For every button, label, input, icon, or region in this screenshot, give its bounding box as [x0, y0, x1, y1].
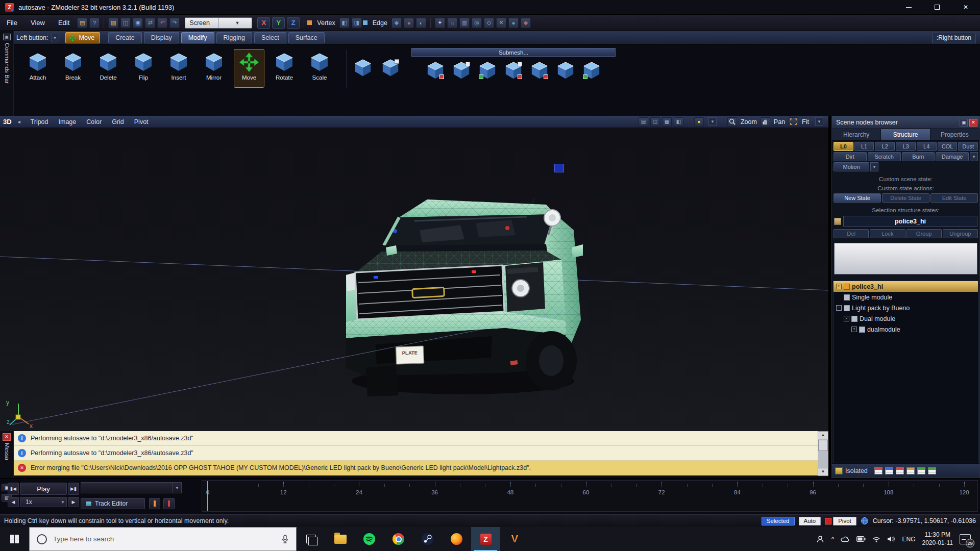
onedrive-cloud-icon[interactable]: [841, 536, 850, 542]
toolbar-icon[interactable]: ◨: [352, 18, 362, 28]
node-icon[interactable]: [844, 294, 850, 300]
log-message[interactable]: Error merging file "C:\Users\Nick\Downlo…: [14, 461, 818, 475]
layer-table-icon[interactable]: [928, 467, 936, 474]
log-message[interactable]: Performing autosave to "d:\zmodeler3_x86…: [14, 446, 818, 461]
tool-button[interactable]: Attach: [22, 49, 53, 88]
selection-button[interactable]: Group: [906, 229, 942, 238]
taskbar-icon-spotify[interactable]: [355, 527, 384, 551]
tool-button[interactable]: Delete: [93, 49, 124, 88]
submesh-tool-icon[interactable]: [478, 61, 497, 80]
scene-tree-node[interactable]: - Dual module: [834, 313, 978, 324]
state-action-button[interactable]: New State: [834, 193, 881, 203]
hidden-icons-chevron[interactable]: ^: [831, 535, 834, 543]
go-to-start-button[interactable]: ▮◀: [8, 483, 19, 495]
node-icon[interactable]: [859, 327, 865, 333]
toolbar-icon[interactable]: ◆: [521, 18, 531, 28]
toolbar-icon[interactable]: ∩: [447, 18, 457, 28]
timeline-cursor[interactable]: [207, 481, 208, 511]
viewport-menu-item[interactable]: Pivot: [134, 118, 149, 126]
expander-icon[interactable]: -: [836, 305, 842, 311]
scroll-thumb[interactable]: [818, 440, 828, 451]
paint-select-icon[interactable]: ▤: [639, 117, 648, 127]
speed-select[interactable]: 1x▼: [20, 497, 67, 507]
toolbar-icon[interactable]: ⇄: [145, 18, 155, 28]
ribbon-tab[interactable]: Rigging: [216, 32, 252, 43]
tool-button[interactable]: Move: [234, 49, 264, 88]
paint-roller-icon[interactable]: ◫: [650, 117, 660, 127]
search-input[interactable]: [53, 535, 281, 543]
mirror-view-icon[interactable]: ◧: [674, 117, 683, 127]
panel-toggle-icon[interactable]: ▣: [3, 34, 11, 40]
chevron-down-icon[interactable]: ▼: [815, 117, 823, 126]
toolbar-icon[interactable]: ◫: [120, 18, 131, 28]
taskbar-icon-zmodeler[interactable]: Z: [471, 527, 500, 551]
toolbar-icon[interactable]: ▥: [459, 18, 470, 28]
microphone-icon[interactable]: [281, 535, 289, 544]
layer-button[interactable]: L2: [875, 142, 895, 151]
scene-tree-node[interactable]: Single module: [834, 292, 978, 303]
chevron-down-icon[interactable]: ▼: [970, 152, 978, 161]
pan-hand-icon[interactable]: [761, 117, 770, 127]
selection-button[interactable]: Lock: [870, 229, 905, 238]
zoom-label[interactable]: Zoom: [741, 118, 757, 126]
pivot-badge[interactable]: Pivot: [833, 517, 856, 525]
brush-icon[interactable]: [381, 58, 400, 78]
toolbar-icon[interactable]: ▣: [133, 18, 143, 28]
fit-label[interactable]: Fit: [802, 118, 809, 126]
scene-tree-node[interactable]: + police3_hi: [834, 281, 978, 292]
close-button[interactable]: ✕: [951, 0, 980, 14]
scene-tree-node[interactable]: + dualmodule: [834, 324, 978, 335]
tool-button[interactable]: Scale: [304, 49, 335, 88]
viewport-menu-item[interactable]: Tripod: [31, 118, 48, 126]
viewport-menu-item[interactable]: Color: [86, 118, 102, 126]
chevron-down-icon[interactable]: ▼: [51, 34, 59, 42]
volume-icon[interactable]: [887, 536, 895, 542]
menu-item[interactable]: File: [0, 15, 24, 31]
node-icon[interactable]: [844, 305, 850, 311]
submesh-tool-icon[interactable]: [582, 61, 601, 80]
scroll-down-icon[interactable]: ▼: [818, 468, 828, 476]
state-list-box[interactable]: [834, 243, 977, 274]
expander-icon[interactable]: +: [836, 284, 842, 289]
state-button[interactable]: Scratch: [868, 152, 901, 161]
timeline-ruler[interactable]: 01224364860728496108120: [202, 480, 978, 512]
pan-label[interactable]: Pan: [774, 118, 785, 126]
edge-mode-label[interactable]: Edge: [373, 19, 387, 27]
scene-panel-tab[interactable]: Properties: [930, 129, 979, 140]
expander-icon[interactable]: -: [844, 316, 849, 321]
lightbulb-icon[interactable]: ●: [694, 117, 704, 127]
selected-structure-state[interactable]: police3_hi: [843, 216, 977, 227]
submesh-group-label[interactable]: Submesh...: [411, 48, 616, 57]
scene-tree-node[interactable]: - Light pack by Bueno: [834, 303, 978, 313]
submesh-tool-icon[interactable]: [504, 61, 523, 80]
scene-panel-tab[interactable]: Hierarchy: [832, 129, 881, 140]
motion-button[interactable]: Motion: [834, 162, 869, 171]
submesh-tool-icon[interactable]: [530, 61, 549, 80]
submesh-tool-icon[interactable]: [556, 61, 575, 80]
chevron-down-icon[interactable]: ▼: [708, 117, 717, 126]
taskbar-icon-vortex[interactable]: V: [500, 527, 529, 551]
axis-button[interactable]: Y: [272, 17, 285, 29]
toolbar-icon[interactable]: ↷: [169, 18, 180, 28]
chevron-down-icon[interactable]: ▼: [870, 162, 878, 171]
maximize-button[interactable]: [923, 0, 951, 14]
submesh-tool-icon[interactable]: [452, 61, 471, 80]
toolbar-icon[interactable]: ▤: [77, 18, 87, 28]
toolbar-icon[interactable]: ✕: [496, 18, 506, 28]
taskbar-icon-firefox[interactable]: [442, 527, 471, 551]
layer-button[interactable]: L3: [896, 142, 916, 151]
step-back-button[interactable]: ◀: [8, 497, 19, 507]
toolbar-icon[interactable]: ✦: [435, 18, 445, 28]
node-icon[interactable]: [851, 316, 857, 322]
taskbar-clock[interactable]: 11:30 PM 2020-01-11: [922, 531, 953, 547]
toolbar-icon[interactable]: ◇: [484, 18, 494, 28]
language-indicator[interactable]: ENG: [902, 536, 915, 543]
state-button[interactable]: Burn: [902, 152, 935, 161]
tool-button[interactable]: Mirror: [199, 49, 229, 88]
tool-button[interactable]: Flip: [128, 49, 159, 88]
vertex-mode-label[interactable]: Vertex: [317, 19, 335, 27]
ribbon-tab[interactable]: Surface: [288, 32, 325, 43]
layer-button[interactable]: Dust: [958, 142, 978, 151]
state-action-button[interactable]: Edit State: [930, 193, 978, 203]
toolbar-icon[interactable]: ●: [404, 18, 414, 28]
